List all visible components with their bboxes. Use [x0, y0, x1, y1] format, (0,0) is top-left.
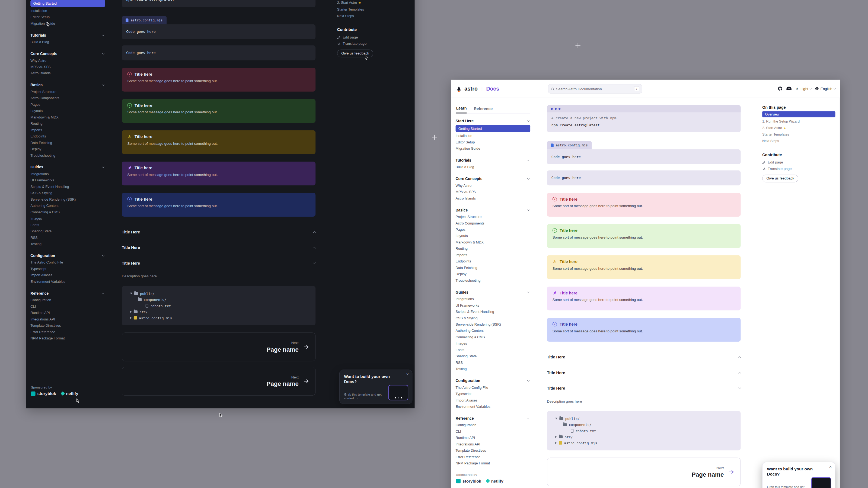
sidebar-item[interactable]: RSS: [30, 234, 105, 240]
close-icon[interactable]: [829, 464, 832, 469]
sidebar-item[interactable]: Fonts: [30, 222, 105, 228]
toc-item[interactable]: 2. Start Astro: [762, 125, 835, 131]
sidebar-item[interactable]: Start Here: [456, 118, 531, 125]
sidebar-item[interactable]: Installation: [30, 8, 105, 14]
sidebar-item[interactable]: Guides: [30, 163, 105, 171]
sidebar-item[interactable]: Runtime API: [456, 434, 531, 441]
sidebar-item[interactable]: Astro Components: [456, 220, 531, 226]
sidebar-item[interactable]: Environment Variables: [456, 403, 531, 410]
language-select[interactable]: English: [815, 87, 835, 91]
sidebar-item[interactable]: Routing: [456, 246, 531, 252]
sidebar-item[interactable]: Migration Guide: [456, 145, 531, 152]
sidebar-item[interactable]: Template Directives: [30, 322, 105, 329]
sidebar-item[interactable]: The Astro Config File: [30, 259, 105, 265]
brand-name[interactable]: astro: [464, 86, 478, 92]
file-tree-row[interactable]: astro.config.mjs: [130, 315, 316, 321]
accordion[interactable]: Title Here: [122, 228, 315, 237]
sidebar-item[interactable]: Troubleshooting: [456, 277, 531, 283]
file-tree-row[interactable]: components/: [130, 297, 316, 302]
sidebar-item[interactable]: CLI: [456, 428, 531, 434]
sidebar-item[interactable]: Connecting a CMS: [456, 334, 531, 340]
sidebar-item[interactable]: Testing: [456, 366, 531, 372]
sidebar-item[interactable]: Getting Started: [30, 0, 105, 7]
sidebar-item[interactable]: Integrations: [456, 296, 531, 302]
sidebar-item[interactable]: Runtime API: [30, 310, 105, 316]
next-page-card[interactable]: Next Page name: [122, 367, 315, 395]
toc-item[interactable]: Next Steps: [337, 13, 410, 19]
sidebar-item[interactable]: Configuration: [456, 377, 531, 384]
sidebar-item[interactable]: Markdown & MDX: [30, 114, 105, 120]
promo-preview-card[interactable]: [389, 385, 408, 400]
feedback-button[interactable]: Give us feedback: [762, 174, 798, 183]
sidebar-item[interactable]: Build a Blog: [30, 39, 105, 45]
sidebar-item[interactable]: NPM Package Format: [456, 460, 531, 466]
sidebar-item[interactable]: Authoring Content: [30, 202, 105, 209]
sidebar-item[interactable]: Migration Guide: [30, 20, 105, 26]
toc-item[interactable]: 1. Run the Setup Wizard: [762, 118, 835, 125]
sidebar-item[interactable]: Error Reference: [30, 329, 105, 335]
sidebar-item[interactable]: Guides: [456, 289, 531, 296]
sidebar-item[interactable]: Environment Variables: [30, 279, 105, 285]
carousel-dot-icon[interactable]: [395, 397, 396, 398]
sidebar-item[interactable]: Connecting a CMS: [30, 209, 105, 215]
sidebar-item[interactable]: Deploy: [456, 271, 531, 277]
sidebar-item[interactable]: Data Fetching: [30, 139, 105, 145]
carousel-dot-icon[interactable]: [398, 397, 399, 398]
sidebar-item[interactable]: CSS & Styling: [456, 315, 531, 321]
file-tree-row[interactable]: robots.txt: [130, 302, 316, 308]
sidebar-item[interactable]: Error Reference: [456, 454, 531, 460]
contribute-link[interactable]: Edit page: [762, 159, 835, 165]
sidebar-item[interactable]: Server-side Rendering (SSR): [456, 321, 531, 327]
contribute-link[interactable]: Edit page: [337, 34, 410, 40]
file-tree-row[interactable]: public/: [555, 416, 741, 422]
sidebar-item[interactable]: Sharing State: [30, 228, 105, 234]
next-page-card[interactable]: Next Page name: [122, 333, 315, 361]
search-input[interactable]: Search Astro Documentation /: [548, 84, 642, 94]
accordion[interactable]: Title Here: [547, 353, 741, 362]
sidebar-item[interactable]: Core Concepts: [30, 50, 105, 58]
toc-item[interactable]: 2. Start Astro: [337, 0, 410, 6]
file-tree-row[interactable]: astro.config.mjs: [555, 440, 741, 446]
sidebar-item[interactable]: Build a Blog: [456, 164, 531, 170]
netlify-logo[interactable]: netlify: [61, 391, 78, 396]
tab-learn[interactable]: Learn: [456, 106, 467, 113]
sidebar-item[interactable]: Configuration: [30, 252, 105, 259]
sidebar-item[interactable]: Reference: [30, 290, 105, 297]
tab-reference[interactable]: Reference: [474, 106, 493, 113]
sidebar-item[interactable]: Troubleshooting: [30, 152, 105, 158]
toc-item[interactable]: Starter Templates: [337, 6, 410, 13]
sidebar-item[interactable]: Typescript: [456, 391, 531, 397]
carousel-dot-icon[interactable]: [401, 397, 402, 398]
sidebar-item[interactable]: Tutorials: [456, 157, 531, 164]
sidebar-item[interactable]: Configuration: [456, 422, 531, 428]
sidebar-item[interactable]: Integrations: [30, 171, 105, 177]
sidebar-item[interactable]: Editor Setup: [30, 14, 105, 20]
sidebar-item[interactable]: Endpoints: [30, 133, 105, 139]
theme-select[interactable]: ☀ Light: [795, 87, 811, 91]
sidebar-item[interactable]: Images: [30, 215, 105, 222]
sidebar-item[interactable]: Layouts: [30, 108, 105, 114]
sidebar-item[interactable]: Astro Islands: [30, 70, 105, 76]
sidebar-item[interactable]: MPA vs. SPA: [456, 189, 531, 195]
file-tree-row[interactable]: public/: [130, 290, 316, 296]
sidebar-item[interactable]: Data Fetching: [456, 265, 531, 271]
sidebar-item[interactable]: Deploy: [30, 146, 105, 152]
sidebar-item[interactable]: CSS & Styling: [30, 190, 105, 196]
discord-icon[interactable]: [786, 87, 792, 91]
sidebar-item[interactable]: Scripts & Event Handling: [456, 308, 531, 315]
contribute-link[interactable]: Translate page: [762, 166, 835, 172]
next-page-card[interactable]: Next Page name: [547, 458, 741, 486]
close-icon[interactable]: [406, 372, 409, 376]
sidebar-item[interactable]: Why Astro: [456, 182, 531, 188]
sidebar-item[interactable]: UI Frameworks: [30, 177, 105, 183]
sidebar-item[interactable]: Astro Components: [30, 95, 105, 101]
sidebar-item[interactable]: Configuration: [30, 297, 105, 303]
sidebar-item[interactable]: Endpoints: [456, 258, 531, 264]
github-icon[interactable]: [778, 86, 782, 91]
sidebar-item[interactable]: MPA vs. SPA: [30, 64, 105, 70]
astro-logo-icon[interactable]: [456, 86, 462, 92]
file-tree-row[interactable]: robots.txt: [555, 428, 741, 434]
sidebar-item[interactable]: Basics: [30, 82, 105, 89]
file-tab[interactable]: astro.config.mjs: [122, 16, 166, 24]
sidebar-item[interactable]: Why Astro: [30, 57, 105, 63]
